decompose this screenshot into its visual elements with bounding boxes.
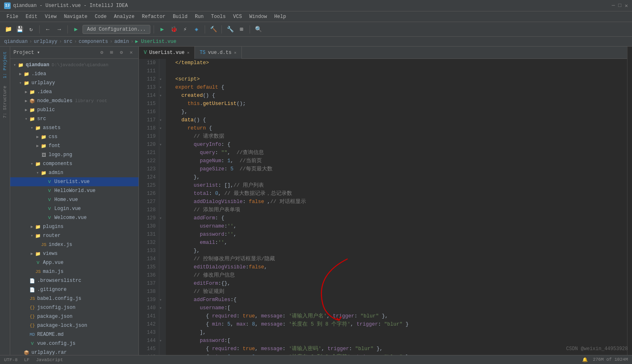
add-configuration-btn[interactable]: Add Configuration...	[83, 25, 150, 34]
arrow-public: ▶	[23, 107, 29, 113]
title-bar: IJ qianduan - UserList.vue - IntelliJ ID…	[0, 0, 632, 11]
maximize-btn[interactable]: □	[618, 2, 621, 9]
tree-item-home[interactable]: V Home.vue	[10, 195, 138, 204]
tree-item-node-modules[interactable]: ▶ 📦 node_modules library root	[10, 96, 138, 105]
linenum-144: 144	[141, 337, 156, 345]
editor-tab-userlist[interactable]: V UserList.vue ✕	[139, 47, 195, 59]
tree-item-browserslistrc[interactable]: 📄 .browserslistrc	[10, 276, 138, 285]
code-line-117: data() {	[169, 116, 627, 124]
tree-item-userlist[interactable]: V UserList.vue	[10, 177, 138, 186]
tree-item-idea2[interactable]: ▶ 📁 .idea	[10, 87, 138, 96]
tree-item-jsconfigjson[interactable]: {} jsconfig.json	[10, 303, 138, 312]
tree-item-mainjs[interactable]: JS main.js	[10, 267, 138, 276]
build-btn[interactable]: 🔨	[208, 25, 218, 34]
menu-view[interactable]: View	[42, 13, 60, 20]
code-editor[interactable]: 110 111 112 113 114 115 116 117 118 119 …	[139, 59, 627, 364]
tree-item-gitignore[interactable]: 📄 .gitignore	[10, 285, 138, 294]
menu-edit[interactable]: Edit	[22, 13, 41, 20]
code-line-139: addFormRules:{	[169, 296, 627, 304]
menu-window[interactable]: Window	[246, 13, 270, 20]
code-line-124: },	[169, 173, 627, 181]
menu-analyze[interactable]: Analyze	[111, 13, 138, 20]
gutter-125	[159, 181, 166, 190]
sidebar-layout-icon[interactable]: ⊞	[107, 49, 116, 57]
tree-item-assets[interactable]: ▾ 📁 assets	[10, 123, 138, 132]
menu-file[interactable]: File	[3, 13, 22, 20]
linenum-116: 116	[141, 108, 156, 116]
tree-label-urlplayyrar: urlplayy.rar	[31, 350, 67, 355]
forward-btn[interactable]: →	[54, 25, 64, 34]
menu-navigate[interactable]: Navigate	[60, 13, 91, 20]
code-content[interactable]: </template> <script> export default { cr…	[166, 59, 627, 364]
menu-tools[interactable]: Tools	[208, 13, 229, 20]
code-line-115: this.getUserList();	[169, 100, 627, 108]
minimize-btn[interactable]: ─	[612, 2, 615, 9]
linenum-132: 132	[141, 239, 156, 247]
search-btn[interactable]: 🔍	[253, 25, 263, 34]
tree-item-css[interactable]: ▶ 📁 css	[10, 132, 138, 141]
profile-btn[interactable]: ◈	[192, 25, 201, 34]
linenum-119: 119	[141, 132, 156, 141]
tree-item-vueconfigjs[interactable]: V vue.config.js	[10, 339, 138, 348]
tree-item-font[interactable]: ▶ 📁 font	[10, 141, 138, 150]
vtab-structure[interactable]: 7: Structure	[1, 83, 9, 121]
tree-label-views: views	[43, 251, 58, 257]
tree-item-babelconfig[interactable]: JS babel.config.js	[10, 294, 138, 303]
tree-item-readme[interactable]: MD README.md	[10, 330, 138, 339]
breadcrumb-src[interactable]: src	[64, 39, 73, 45]
menu-vcs[interactable]: VCS	[230, 13, 246, 20]
tree-item-src[interactable]: ▾ 📁 src	[10, 114, 138, 123]
tree-item-urlplayy[interactable]: ▾ 📁 urlplayy	[10, 78, 138, 87]
menu-help[interactable]: Help	[271, 13, 289, 20]
refresh-btn[interactable]: ↻	[26, 25, 36, 34]
breadcrumb-urlplayy[interactable]: urlplayy	[34, 39, 58, 45]
tree-item-packagelockjson[interactable]: {} package-lock.json	[10, 321, 138, 330]
tree-item-qianduan[interactable]: ▾ 📁 qianduan D:\javadcode\qianduan	[10, 60, 138, 69]
vtab-project[interactable]: 1: Project	[1, 48, 9, 82]
gutter-141	[159, 312, 166, 320]
sidebar-gear-icon[interactable]: ⚙	[117, 49, 125, 57]
run-btn[interactable]: ▶	[157, 25, 167, 34]
menu-run[interactable]: Run	[192, 13, 207, 20]
breadcrumb-components[interactable]: components	[78, 39, 108, 45]
breadcrumb-qianduan[interactable]: qianduan	[4, 39, 28, 45]
open-folder-btn[interactable]: 📁	[3, 25, 13, 34]
tree-item-indexjs[interactable]: JS index.js	[10, 240, 138, 249]
tree-item-idea1[interactable]: ▶ 📁 .idea	[10, 69, 138, 78]
tree-item-plugins[interactable]: ▶ 📁 plugins	[10, 222, 138, 231]
tab-vuedts-close[interactable]: ✕	[234, 50, 237, 55]
tree-item-packagejson[interactable]: {} package.json	[10, 312, 138, 321]
linenum-128: 128	[141, 206, 156, 214]
tree-item-views[interactable]: ▶ 📁 views	[10, 249, 138, 258]
menu-code[interactable]: Code	[92, 13, 110, 20]
tree-item-login[interactable]: V Login.vue	[10, 204, 138, 213]
code-line-116: },	[169, 108, 627, 116]
save-btn[interactable]: 💾	[15, 25, 25, 34]
breadcrumb-admin[interactable]: admin	[114, 39, 129, 45]
tree-item-appvue[interactable]: V App.vue	[10, 258, 138, 267]
linenum-112: 112	[141, 75, 156, 83]
gutter-126	[159, 190, 166, 198]
status-encoding: LF	[24, 357, 29, 362]
coverage-btn[interactable]: ⚡	[180, 25, 190, 34]
debug-btn[interactable]: 🐞	[169, 25, 179, 34]
menu-refactor[interactable]: Refactor	[138, 13, 169, 20]
tree-item-components[interactable]: ▾ 📁 components	[10, 159, 138, 168]
layout-btn[interactable]: ⊞	[237, 25, 246, 34]
back-btn[interactable]: ←	[43, 25, 53, 34]
sidebar-settings-icon[interactable]: ⚙	[98, 49, 106, 57]
tree-item-logo[interactable]: 🖼 logo.png	[10, 150, 138, 159]
tree-item-welcome[interactable]: V Welcome.vue	[10, 213, 138, 222]
run-config-btn[interactable]: ▶	[71, 25, 81, 34]
editor-tab-vuedts[interactable]: TS vue.d.ts ✕	[195, 47, 242, 59]
tree-item-helloworld[interactable]: V HelloWorld.vue	[10, 186, 138, 195]
breadcrumb-file[interactable]: ▶ UserList.vue	[135, 38, 176, 45]
tree-item-public[interactable]: ▶ 📁 public	[10, 105, 138, 114]
tree-item-admin[interactable]: ▾ 📁 admin	[10, 168, 138, 177]
wrench-btn[interactable]: 🔧	[225, 25, 235, 34]
tab-userlist-close[interactable]: ✕	[187, 50, 190, 55]
menu-build[interactable]: Build	[170, 13, 191, 20]
tree-item-router[interactable]: ▾ 📁 router	[10, 231, 138, 240]
sidebar-close-icon[interactable]: ✕	[127, 49, 135, 57]
close-btn[interactable]: ✕	[625, 2, 628, 9]
